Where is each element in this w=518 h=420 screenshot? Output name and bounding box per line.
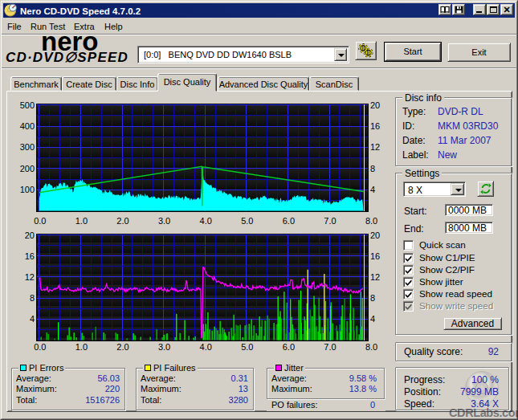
- svg-text:6.0: 6.0: [283, 342, 295, 352]
- svg-text:4: 4: [370, 314, 375, 324]
- svg-text:4.0: 4.0: [200, 216, 212, 226]
- svg-text:12: 12: [370, 272, 380, 282]
- svg-text:8.0: 8.0: [365, 342, 377, 352]
- svg-text:1.0: 1.0: [75, 216, 88, 226]
- svg-text:5.0: 5.0: [241, 342, 253, 352]
- svg-text:2.0: 2.0: [116, 342, 128, 352]
- svg-text:8: 8: [370, 293, 375, 303]
- svg-text:16: 16: [25, 251, 35, 261]
- svg-text:20: 20: [370, 100, 380, 110]
- svg-text:8.0: 8.0: [365, 216, 377, 226]
- svg-text:4: 4: [370, 185, 375, 194]
- svg-text:16: 16: [370, 121, 380, 131]
- svg-text:20: 20: [25, 230, 35, 240]
- svg-text:100: 100: [20, 185, 35, 194]
- svg-text:7.0: 7.0: [324, 216, 336, 226]
- svg-text:12: 12: [370, 142, 380, 152]
- svg-text:8: 8: [370, 164, 375, 173]
- svg-text:200: 200: [20, 164, 35, 173]
- svg-text:2.0: 2.0: [116, 216, 128, 226]
- svg-text:0.0: 0.0: [34, 216, 46, 226]
- svg-text:4: 4: [30, 314, 35, 324]
- svg-text:6.0: 6.0: [283, 216, 295, 226]
- svg-text:3.0: 3.0: [158, 216, 170, 226]
- svg-text:500: 500: [20, 100, 35, 110]
- svg-text:12: 12: [25, 272, 35, 282]
- svg-text:0.0: 0.0: [34, 342, 46, 352]
- svg-text:8: 8: [30, 293, 35, 303]
- svg-text:400: 400: [20, 121, 35, 131]
- svg-text:300: 300: [20, 142, 35, 152]
- svg-text:5.0: 5.0: [241, 216, 253, 226]
- svg-text:7.0: 7.0: [324, 342, 336, 352]
- svg-text:16: 16: [370, 251, 380, 261]
- svg-text:4.0: 4.0: [200, 342, 212, 352]
- svg-text:3.0: 3.0: [158, 342, 170, 352]
- svg-text:1.0: 1.0: [75, 342, 88, 352]
- svg-text:20: 20: [370, 230, 380, 240]
